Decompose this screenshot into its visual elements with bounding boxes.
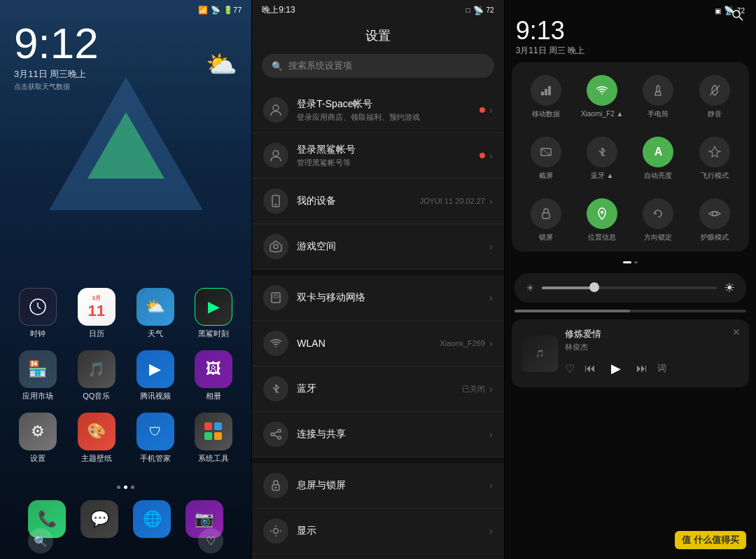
wifi-ctrl-label: Xiaomi_F2 ▲	[581, 110, 623, 118]
app-blackshark[interactable]: ▶ 黑鲨时刻	[190, 288, 237, 339]
app-gallery[interactable]: 🖼 相册	[190, 350, 237, 401]
settings-item-sim[interactable]: 双卡与移动网络 ›	[252, 275, 503, 321]
app-weather[interactable]: ⛅ 天气	[132, 288, 179, 339]
bluetooth-chevron: ›	[489, 383, 493, 394]
music-lyrics-btn[interactable]: 词	[657, 362, 666, 375]
settings-item-tspace[interactable]: 登录T-Space帐号 登录应用商店、领取福利、预约游戏 ›	[252, 88, 503, 133]
silent-icon	[699, 75, 730, 106]
blackshark-title: 登录黑鲨帐号	[297, 144, 479, 156]
brightness-control[interactable]: ☀ ☀	[514, 273, 746, 303]
watermark: 值 什么值得买	[675, 531, 746, 549]
assistant-button[interactable]: ♡	[198, 528, 223, 553]
lockscreen-chevron: ›	[489, 480, 493, 491]
music-prev-btn[interactable]: ⏮	[584, 362, 596, 375]
app-grid-row3: ⚙ 设置 🎨 主题壁纸 🛡 手机管家	[14, 413, 237, 464]
lockscreen-icon	[263, 473, 288, 498]
ctrl-eye-care[interactable]: 护眼模式	[690, 191, 739, 246]
app-appstore[interactable]: 🏪 应用市场	[14, 350, 62, 401]
ctrl-wifi[interactable]: Xiaomi_F2 ▲	[578, 68, 626, 123]
bluetooth-title: 蓝牙	[297, 382, 462, 395]
volume-track[interactable]	[514, 310, 746, 312]
weather-link[interactable]: 点击获取天气数据	[14, 82, 237, 92]
ctrl-screenshot[interactable]: 截屏	[522, 130, 570, 184]
brightness-track[interactable]	[542, 287, 717, 289]
svg-point-8	[274, 244, 278, 249]
svg-point-24	[733, 11, 740, 18]
ctrl-location[interactable]: 位置信息	[578, 191, 626, 246]
music-play-btn[interactable]: ▶	[606, 358, 626, 379]
svg-rect-10	[274, 295, 278, 298]
ctrl-lockscreen[interactable]: 锁屏	[522, 191, 570, 246]
music-next-btn[interactable]: ⏭	[636, 362, 648, 375]
music-close-btn[interactable]: ✕	[732, 326, 741, 338]
settings-divider-1	[252, 270, 503, 275]
control-search-icon[interactable]	[731, 8, 745, 26]
settings-search-bar[interactable]: 🔍 搜索系统设置项	[262, 54, 493, 78]
app-settings-label: 设置	[30, 453, 46, 464]
settings-panel: 晚上9:13 □ 📡 72 设置 🔍 搜索系统设置项 登录T-Space帐号 登…	[252, 0, 503, 559]
music-controls: ♡ ⏮ ▶ ⏭ 词	[565, 358, 739, 379]
display-icon	[263, 518, 288, 544]
settings-item-gamespace[interactable]: 游戏空间 ›	[252, 224, 503, 270]
settings-list: 登录T-Space帐号 登录应用商店、领取福利、预约游戏 › 登录黑鲨帐号 管理…	[252, 88, 503, 559]
display-right: ›	[489, 525, 493, 537]
app-theme[interactable]: 🎨 主题壁纸	[73, 413, 120, 464]
gamespace-title: 游戏空间	[297, 240, 489, 253]
app-manager[interactable]: 🛡 手机管家	[132, 413, 179, 464]
manager-icon: 🛡	[136, 413, 174, 450]
app-video-label: 腾讯视频	[140, 391, 171, 401]
lockscreen-ctrl-label: 锁屏	[539, 233, 553, 242]
svg-point-3	[273, 105, 279, 111]
inner-triangle	[88, 112, 164, 179]
gamespace-content: 游戏空间	[297, 240, 489, 253]
search-button[interactable]: 🔍	[28, 528, 53, 553]
tspace-subtitle: 登录应用商店、领取福利、预约游戏	[297, 112, 479, 123]
settings-item-display[interactable]: 显示 ›	[252, 509, 503, 554]
brightness-handle[interactable]	[589, 282, 599, 292]
search-icon: 🔍	[272, 61, 283, 71]
ctrl-airplane[interactable]: 飞行模式	[690, 130, 739, 184]
app-settings[interactable]: ⚙ 设置	[14, 413, 62, 464]
app-qqmusic[interactable]: 🎵 QQ音乐	[73, 350, 120, 401]
auto-brightness-letter: A	[654, 146, 663, 158]
settings-item-lockscreen[interactable]: 息屏与锁屏 ›	[252, 463, 503, 509]
app-calendar[interactable]: 3月 11 日历	[73, 288, 120, 339]
app-manager-label: 手机管家	[140, 453, 171, 464]
settings-time: 晚上9:13	[262, 4, 295, 16]
settings-item-bluetooth[interactable]: 蓝牙 已关闭 ›	[252, 366, 503, 412]
svg-line-15	[274, 435, 278, 437]
gallery-icon: 🖼	[195, 350, 232, 388]
lockscreen-ctrl-icon	[531, 198, 561, 229]
settings-status-icons: □ 📡 72	[465, 6, 493, 15]
app-tencent-video[interactable]: ▶ 腾讯视频	[132, 350, 179, 401]
settings-item-connect[interactable]: 连接与共享 ›	[252, 412, 503, 457]
ctrl-torch[interactable]: 手电筒	[634, 68, 682, 123]
settings-item-blackshark[interactable]: 登录黑鲨帐号 管理黑鲨帐号等 ›	[252, 133, 503, 179]
screenshot-label: 截屏	[539, 172, 553, 180]
mobile-data-icon	[531, 75, 561, 106]
blackshark-red-dot	[479, 153, 485, 158]
ctrl-mobile-data[interactable]: 移动数据	[522, 68, 570, 123]
ctrl-rotation[interactable]: 方向锁定	[634, 191, 682, 246]
control-buttons-grid: 移动数据 Xiaomi_F2 ▲ 手电筒	[512, 62, 749, 251]
location-icon	[587, 198, 617, 229]
display-chevron: ›	[489, 525, 493, 537]
ctrl-silent[interactable]: 静音	[690, 68, 739, 123]
status-icons: 📶 📡 🔋77	[198, 6, 241, 15]
settings-item-wlan[interactable]: WLAN Xiaomi_F269 ›	[252, 321, 503, 366]
settings-status-bar: 晚上9:13 □ 📡 72	[252, 0, 503, 20]
settings-item-sound[interactable]: 声音与振动 ›	[252, 554, 503, 559]
settings-item-device[interactable]: 我的设备 JOYUI 11 20.02.27 ›	[252, 179, 503, 224]
app-clock[interactable]: 时钟	[14, 288, 62, 339]
eye-care-label: 护眼模式	[701, 233, 729, 242]
music-heart-btn[interactable]: ♡	[565, 362, 575, 375]
app-tools[interactable]: 系统工具	[190, 413, 237, 464]
album-art-text: 🎵	[536, 350, 544, 357]
ctrl-bluetooth[interactable]: 蓝牙 ▲	[578, 130, 626, 184]
page-indicator	[0, 485, 251, 489]
ctrl-auto-brightness[interactable]: A 自动亮度	[634, 130, 682, 184]
torch-icon	[643, 75, 673, 106]
music-card[interactable]: 🎵 修炼爱情 林俊杰 ♡ ⏮ ▶ ⏭ 词 ✕	[512, 319, 749, 387]
svg-rect-34	[542, 213, 550, 219]
wlan-title: WLAN	[297, 338, 440, 349]
